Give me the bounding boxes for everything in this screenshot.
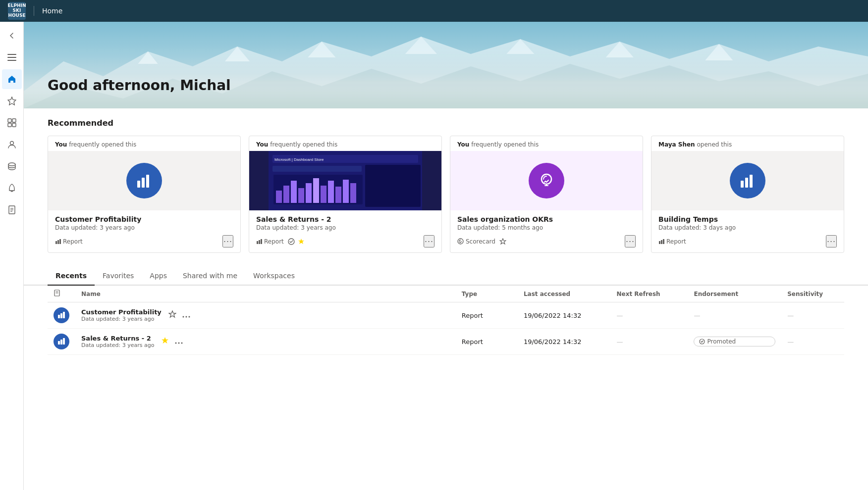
card2-meta: Data updated: 3 years ago: [256, 224, 434, 231]
svg-point-65: [185, 316, 187, 318]
sidebar-item-browse[interactable]: [2, 113, 22, 133]
svg-rect-23: [137, 181, 140, 188]
row2-last-accessed: 19/06/2022 14:32: [518, 329, 611, 355]
row2-more-button[interactable]: [174, 336, 184, 347]
sidebar-item-home[interactable]: [2, 69, 22, 89]
svg-point-72: [181, 343, 183, 344]
svg-rect-67: [58, 341, 60, 344]
recommended-section: Recommended You frequently opened this: [24, 108, 868, 263]
svg-rect-62: [60, 313, 62, 318]
svg-rect-57: [663, 239, 664, 244]
row1-endorsement: —: [688, 302, 781, 329]
card3-footer: Scorecard ···: [457, 235, 636, 247]
card3-context-who: You: [457, 141, 469, 148]
recommended-cards: You frequently opened this Customer Prof…: [48, 136, 844, 253]
row1-star-button[interactable]: [167, 309, 177, 321]
recommended-title: Recommended: [48, 118, 844, 128]
tab-shared[interactable]: Shared with me: [175, 267, 245, 286]
sidebar-item-back[interactable]: [2, 26, 22, 46]
tab-workspaces[interactable]: Workspaces: [245, 267, 303, 286]
row1-last-accessed: 19/06/2022 14:32: [518, 302, 611, 329]
card2-more-button[interactable]: ···: [424, 235, 434, 247]
row1-type: Report: [456, 302, 518, 329]
card-customer-profitability[interactable]: You frequently opened this Customer Prof…: [48, 136, 241, 253]
svg-rect-2: [7, 60, 16, 61]
row2-item-name: Sales & Returns - 2: [81, 335, 154, 342]
logo-text: ELPHINSKI HOUSE: [8, 3, 26, 18]
recents-table: Name Type Last accessed Next Refresh End…: [48, 286, 844, 355]
svg-rect-42: [328, 181, 334, 203]
svg-rect-54: [750, 175, 753, 188]
card1-header: You frequently opened this: [48, 136, 240, 151]
card1-more-button[interactable]: ···: [222, 235, 233, 247]
card3-body: Sales organization OKRs Data updated: 5 …: [450, 210, 643, 252]
card4-type: Report: [658, 238, 686, 245]
hero-mountains-bg: [24, 22, 868, 108]
card2-header: You frequently opened this: [249, 136, 441, 151]
svg-rect-0: [7, 54, 16, 55]
col-icon: [48, 286, 75, 302]
card3-name: Sales organization OKRs: [457, 215, 636, 223]
svg-point-64: [182, 316, 184, 318]
svg-rect-35: [276, 191, 282, 203]
table-wrapper: Name Type Last accessed Next Refresh End…: [48, 286, 844, 355]
card3-type-label: Scorecard: [466, 238, 495, 245]
svg-rect-5: [8, 123, 11, 127]
svg-rect-28: [59, 239, 61, 244]
sidebar-item-favorites[interactable]: [2, 91, 22, 111]
tabs-bar: Recents Favorites Apps Shared with me Wo…: [24, 267, 868, 286]
card2-context-who: You: [256, 141, 268, 148]
card1-thumb-icon: [126, 163, 162, 198]
card3-more-button[interactable]: ···: [625, 235, 636, 247]
card4-type-label: Report: [666, 238, 686, 245]
card1-name: Customer Profitability: [55, 215, 233, 223]
svg-rect-38: [298, 188, 304, 203]
card3-thumb-icon: [529, 163, 564, 198]
row2-item-updated: Data updated: 3 years ago: [81, 342, 154, 348]
row1-more-button[interactable]: [181, 310, 191, 321]
tab-favorites[interactable]: Favorites: [95, 267, 142, 286]
svg-rect-1: [7, 57, 16, 58]
row1-name-cell: Customer Profitability Data updated: 3 y…: [75, 302, 456, 329]
svg-rect-47: [259, 240, 260, 244]
svg-rect-4: [12, 119, 16, 122]
row2-sensitivity: —: [781, 329, 844, 355]
card-sales-returns[interactable]: You frequently opened this Microsoft | D…: [249, 136, 442, 253]
card-building-temps[interactable]: Maya Shen opened this Building Temps Dat: [651, 136, 844, 253]
tab-recents[interactable]: Recents: [48, 267, 95, 286]
svg-rect-48: [261, 239, 262, 244]
card4-thumb-icon: [730, 163, 765, 198]
card2-footer: Report ···: [256, 235, 434, 247]
card4-more-button[interactable]: ···: [826, 235, 837, 247]
card4-thumb: [651, 151, 844, 210]
table-row: Customer Profitability Data updated: 3 y…: [48, 302, 844, 329]
sidebar-item-people[interactable]: [2, 135, 22, 154]
card-sales-okrs[interactable]: You frequently opened this: [450, 136, 643, 253]
sidebar-item-data[interactable]: [2, 156, 22, 176]
topbar: ELPHINSKI HOUSE Home: [0, 0, 868, 22]
row2-name-text: Sales & Returns - 2 Data updated: 3 year…: [81, 335, 154, 348]
svg-rect-24: [142, 178, 145, 188]
tab-apps[interactable]: Apps: [142, 267, 175, 286]
row2-star-button[interactable]: [160, 336, 170, 347]
card4-footer: Report ···: [658, 235, 837, 247]
svg-rect-69: [63, 338, 65, 344]
hero-greeting: Good afternoon, Michal: [48, 77, 231, 94]
promoted-label: Promoted: [707, 338, 736, 345]
svg-rect-55: [659, 241, 660, 244]
sidebar: [0, 22, 24, 490]
svg-rect-32: [272, 166, 362, 172]
card3-header: You frequently opened this: [450, 136, 643, 151]
card1-context-who: You: [55, 141, 67, 148]
col-name-header: Name: [75, 286, 456, 302]
svg-rect-53: [745, 178, 748, 188]
table-row: Sales & Returns - 2 Data updated: 3 year…: [48, 329, 844, 355]
sidebar-item-notifications[interactable]: [2, 178, 22, 198]
logo: ELPHINSKI HOUSE: [8, 2, 26, 20]
card1-context-text: frequently opened this: [69, 141, 136, 148]
card1-thumb: [48, 151, 240, 210]
sidebar-item-menu[interactable]: [2, 48, 22, 67]
card4-name: Building Temps: [658, 215, 837, 223]
svg-point-71: [178, 343, 180, 344]
sidebar-item-reports[interactable]: [2, 200, 22, 220]
